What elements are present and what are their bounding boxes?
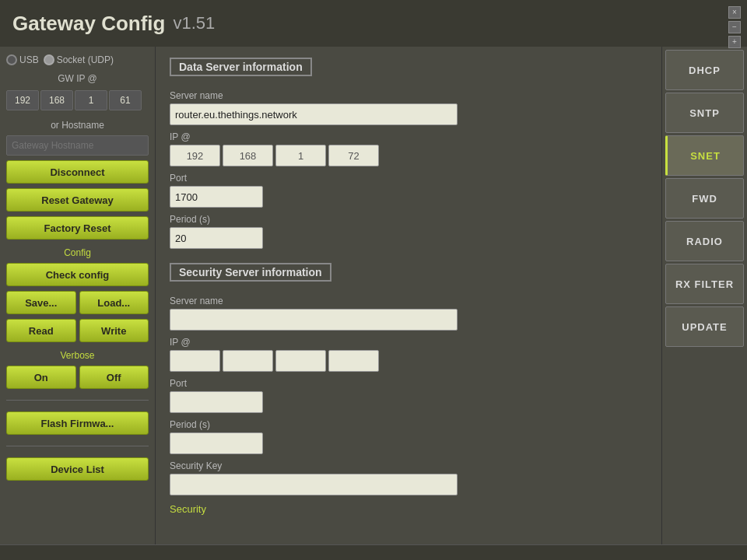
rx-filter-button[interactable]: RX FILTER <box>665 264 744 304</box>
save-button[interactable]: Save... <box>6 291 76 314</box>
save-load-row: Save... Load... <box>6 291 149 314</box>
data-server-ip-oct1[interactable] <box>170 145 220 166</box>
write-button[interactable]: Write <box>79 319 149 342</box>
usb-label: USB <box>19 54 39 65</box>
sidebar-divider <box>6 400 149 401</box>
fwd-button[interactable]: FWD <box>665 178 744 219</box>
main-layout: USB Socket (UDP) GW IP @ or Hostname Dis… <box>0 47 747 560</box>
data-server-period-label: Period (s) <box>170 214 647 225</box>
bottom-bar <box>0 544 747 560</box>
reset-gateway-button[interactable]: Reset Gateway <box>6 188 149 212</box>
app-version: v1.51 <box>173 13 215 33</box>
socket-radio-item[interactable]: Socket (UDP) <box>44 54 114 65</box>
sidebar-divider-2 <box>6 446 149 446</box>
data-server-ip-oct3[interactable] <box>275 145 326 166</box>
snet-button[interactable]: SNET <box>665 135 744 176</box>
data-server-ip-label: IP @ <box>170 131 647 142</box>
connection-type-group: USB Socket (UDP) <box>6 54 149 65</box>
socket-label: Socket (UDP) <box>57 54 114 65</box>
sntp-button[interactable]: SNTP <box>665 93 744 133</box>
data-server-ip-row <box>170 145 647 166</box>
usb-radio-circle <box>6 54 17 65</box>
security-server-port-label: Port <box>170 378 647 389</box>
verbose-on-button[interactable]: On <box>6 366 76 389</box>
security-server-name-input[interactable] <box>170 309 458 331</box>
expand-button[interactable]: + <box>728 36 741 48</box>
read-write-row: Read Write <box>6 319 149 342</box>
security-server-ip-oct3[interactable] <box>275 350 326 372</box>
factory-reset-button[interactable]: Factory Reset <box>6 216 149 240</box>
read-button[interactable]: Read <box>6 319 76 342</box>
update-button[interactable]: UPDATE <box>665 306 744 347</box>
socket-radio-circle <box>44 54 54 65</box>
radio-button[interactable]: RADIO <box>665 221 744 261</box>
gw-ip-oct1[interactable] <box>6 90 39 110</box>
window-controls: × − + <box>728 6 741 48</box>
app-title: Gateway Config <box>12 12 165 36</box>
check-config-button[interactable]: Check config <box>6 263 149 286</box>
usb-radio-item[interactable]: USB <box>6 54 39 65</box>
minimize-button[interactable]: − <box>728 21 741 33</box>
data-server-port-input[interactable] <box>170 186 263 208</box>
data-server-period-input[interactable] <box>170 227 263 249</box>
security-label: Security <box>170 503 647 515</box>
verbose-row: On Off <box>6 366 149 389</box>
gw-ip-oct4[interactable] <box>109 90 142 110</box>
security-server-port-input[interactable] <box>170 391 263 413</box>
data-server-name-label: Server name <box>170 90 647 101</box>
gw-ip-oct2[interactable] <box>40 90 73 110</box>
security-server-section: Security Server information Server name … <box>170 263 647 515</box>
data-server-name-input[interactable] <box>170 103 458 125</box>
security-key-input[interactable] <box>170 474 458 495</box>
data-server-ip-oct4[interactable] <box>328 145 379 166</box>
center-content: Data Server information Server name IP @… <box>156 47 661 560</box>
hostname-label: or Hostname <box>6 120 149 131</box>
disconnect-button[interactable]: Disconnect <box>6 160 149 184</box>
close-button[interactable]: × <box>728 6 741 19</box>
security-server-ip-row <box>170 350 647 372</box>
security-server-ip-label: IP @ <box>170 337 647 348</box>
gwip-label: GW IP @ <box>6 73 149 84</box>
security-server-ip-oct1[interactable] <box>170 350 220 372</box>
data-server-title: Data Server information <box>170 58 312 76</box>
right-panel: DHCP SNTP SNET FWD RADIO RX FILTER UPDAT… <box>661 47 747 560</box>
data-server-section: Data Server information Server name IP @… <box>170 58 647 249</box>
verbose-off-button[interactable]: Off <box>79 366 149 389</box>
gw-ip-oct3[interactable] <box>75 90 107 110</box>
security-server-ip-oct2[interactable] <box>223 350 273 372</box>
title-bar: Gateway Config v1.51 × − + <box>0 0 747 47</box>
security-key-label: Security Key <box>170 460 647 471</box>
verbose-label: Verbose <box>6 350 149 361</box>
data-server-ip-oct2[interactable] <box>223 145 273 166</box>
load-button[interactable]: Load... <box>79 291 149 314</box>
gw-ip-inputs <box>6 90 149 110</box>
device-list-button[interactable]: Device List <box>6 457 149 481</box>
security-server-name-label: Server name <box>170 296 647 306</box>
security-server-period-input[interactable] <box>170 432 263 454</box>
security-server-period-label: Period (s) <box>170 419 647 430</box>
dhcp-button[interactable]: DHCP <box>665 50 744 90</box>
sidebar: USB Socket (UDP) GW IP @ or Hostname Dis… <box>0 47 156 560</box>
config-label: Config <box>6 247 149 258</box>
hostname-input[interactable] <box>6 135 149 156</box>
security-server-ip-oct4[interactable] <box>328 350 379 372</box>
flash-firmware-button[interactable]: Flash Firmwa... <box>6 411 149 435</box>
security-server-title: Security Server information <box>170 263 331 282</box>
data-server-port-label: Port <box>170 173 647 184</box>
